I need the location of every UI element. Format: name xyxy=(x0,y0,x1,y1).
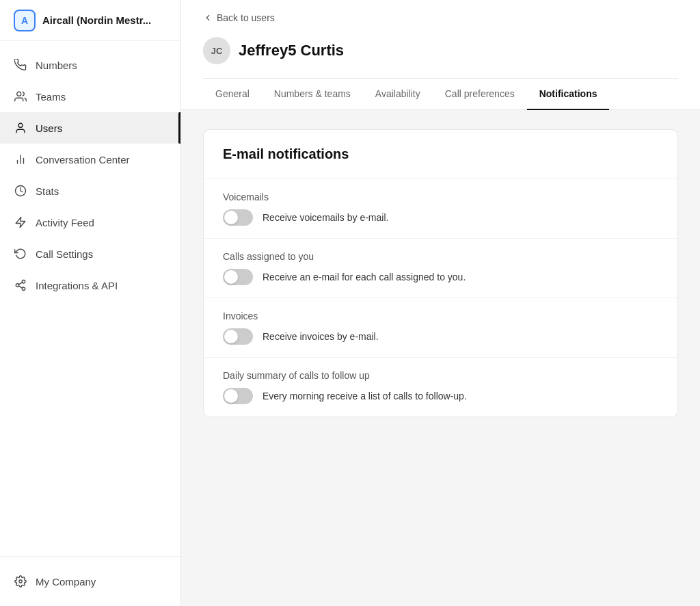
voicemails-label: Voicemails xyxy=(223,192,658,202)
sidebar-item-activity-feed-label: Activity Feed xyxy=(36,217,94,228)
sidebar-nav: Numbers Teams Users xyxy=(0,41,180,556)
user-name: Jeffrey5 Curtis xyxy=(239,42,344,60)
section-title: E-mail notifications xyxy=(204,130,677,179)
tab-notifications[interactable]: Notifications xyxy=(527,79,610,110)
refresh-icon xyxy=(14,247,27,261)
sidebar-header: A Aircall (Nordin Mestr... xyxy=(0,0,180,41)
sidebar-item-activity-feed[interactable]: Activity Feed xyxy=(0,207,180,238)
settings-icon xyxy=(14,575,27,588)
notification-row-invoices: Invoices Receive invoices by e-mail. xyxy=(204,298,677,357)
main-header: Back to users JC Jeffrey5 Curtis General… xyxy=(181,0,700,110)
back-link-label: Back to users xyxy=(217,12,275,23)
svg-marker-6 xyxy=(16,218,25,228)
sidebar-item-stats[interactable]: Stats xyxy=(0,175,180,207)
tab-availability[interactable]: Availability xyxy=(363,79,433,110)
sidebar-item-stats-label: Stats xyxy=(36,185,59,197)
chevron-left-icon xyxy=(203,13,213,23)
main-content: Back to users JC Jeffrey5 Curtis General… xyxy=(181,0,700,606)
calls-assigned-toggle[interactable] xyxy=(223,269,253,285)
users-icon xyxy=(14,90,27,103)
daily-summary-label: Daily summary of calls to follow up xyxy=(223,370,658,381)
sidebar: A Aircall (Nordin Mestr... Numbers Team xyxy=(0,0,181,606)
tab-numbers-teams[interactable]: Numbers & teams xyxy=(262,79,363,110)
share-icon xyxy=(14,278,27,292)
bar-chart-icon xyxy=(14,153,27,166)
sidebar-item-my-company-label: My Company xyxy=(36,576,96,588)
clock-icon xyxy=(14,184,27,198)
user-info: JC Jeffrey5 Curtis xyxy=(203,31,678,75)
sidebar-item-conversation-center-label: Conversation Center xyxy=(36,154,130,166)
tabs-bar: General Numbers & teams Availability Cal… xyxy=(203,78,678,109)
calls-assigned-description: Receive an e-mail for each call assigned… xyxy=(262,272,466,282)
notification-row-voicemails: Voicemails Receive voicemails by e-mail. xyxy=(204,179,677,238)
tab-call-preferences[interactable]: Call preferences xyxy=(433,79,527,110)
sidebar-item-users-label: Users xyxy=(36,122,62,134)
sidebar-item-call-settings-label: Call Settings xyxy=(36,248,93,260)
notification-row-calls-assigned: Calls assigned to you Receive an e-mail … xyxy=(204,238,677,298)
calls-assigned-label: Calls assigned to you xyxy=(223,251,658,262)
svg-line-10 xyxy=(18,286,22,288)
user-avatar: JC xyxy=(203,37,230,64)
sidebar-logo: A xyxy=(14,10,36,31)
sidebar-footer: My Company xyxy=(0,556,180,606)
bolt-icon xyxy=(14,215,27,229)
sidebar-item-teams-label: Teams xyxy=(36,91,66,103)
phone-icon xyxy=(14,58,27,72)
invoices-description: Receive invoices by e-mail. xyxy=(262,331,379,342)
sidebar-item-numbers[interactable]: Numbers xyxy=(0,49,180,81)
content-area: E-mail notifications Voicemails Receive … xyxy=(181,110,700,606)
sidebar-title: Aircall (Nordin Mestr... xyxy=(42,14,151,26)
svg-point-12 xyxy=(19,580,23,583)
sidebar-item-users[interactable]: Users xyxy=(0,112,180,144)
sidebar-item-conversation-center[interactable]: Conversation Center xyxy=(0,144,180,175)
sidebar-item-call-settings[interactable]: Call Settings xyxy=(0,238,180,269)
daily-summary-description: Every morning receive a list of calls to… xyxy=(262,391,467,401)
sidebar-item-integrations-api[interactable]: Integrations & API xyxy=(0,269,180,301)
sidebar-item-integrations-api-label: Integrations & API xyxy=(36,280,118,291)
invoices-toggle[interactable] xyxy=(223,328,253,345)
voicemails-toggle[interactable] xyxy=(223,209,253,226)
tab-general[interactable]: General xyxy=(203,79,262,110)
back-to-users-link[interactable]: Back to users xyxy=(203,0,275,31)
voicemails-description: Receive voicemails by e-mail. xyxy=(262,212,388,223)
notification-row-daily-summary: Daily summary of calls to follow up Ever… xyxy=(204,357,677,417)
email-notifications-card: E-mail notifications Voicemails Receive … xyxy=(203,129,678,417)
sidebar-item-numbers-label: Numbers xyxy=(36,60,77,71)
sidebar-item-my-company[interactable]: My Company xyxy=(14,568,167,595)
svg-point-1 xyxy=(18,123,23,127)
user-icon xyxy=(14,121,27,135)
invoices-label: Invoices xyxy=(223,311,658,321)
svg-point-0 xyxy=(17,92,21,96)
sidebar-item-teams[interactable]: Teams xyxy=(0,81,180,112)
daily-summary-toggle[interactable] xyxy=(223,388,253,404)
svg-line-11 xyxy=(18,282,22,285)
